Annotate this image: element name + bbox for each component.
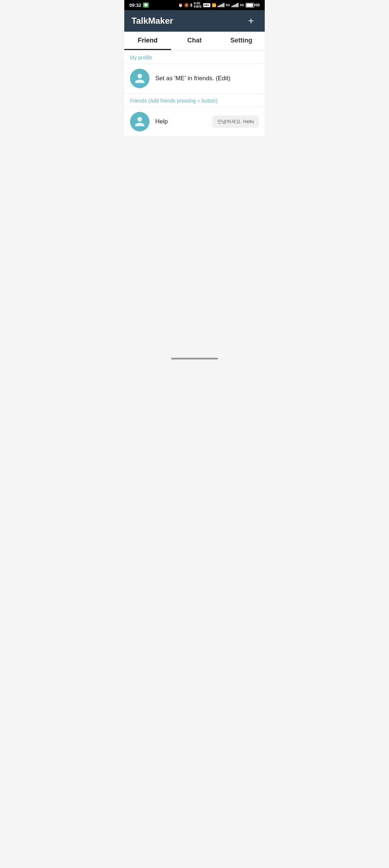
- battery-level: 99: [256, 3, 260, 7]
- friend-info-help: Help: [155, 118, 212, 125]
- signal-bars-2: [232, 3, 238, 7]
- status-bar-left: 09:32: [129, 3, 149, 8]
- network-type-2: 5G: [240, 3, 244, 7]
- add-button[interactable]: +: [245, 14, 258, 27]
- status-time: 09:32: [129, 3, 141, 8]
- friends-section-header: Friends (Add friends pressing + button): [124, 94, 265, 107]
- friend-name-help: Help: [155, 118, 168, 125]
- network-type-1: 5G: [226, 3, 230, 7]
- status-bar-right: ⏰ 🔕 ₿ 9.00KB/S HD+ 📶 5G 5G 99: [178, 2, 260, 8]
- app-header: TalkMaker +: [124, 10, 265, 32]
- friend-item-help[interactable]: Help 안녕하세요. Hello: [124, 107, 265, 136]
- mute-icon: 🔕: [184, 3, 189, 8]
- home-indicator: [124, 352, 265, 365]
- empty-space: [124, 136, 265, 352]
- wifi-icon: 📶: [212, 3, 216, 7]
- svg-marker-1: [145, 6, 147, 7]
- tab-setting[interactable]: Setting: [218, 32, 265, 50]
- battery-icon: [246, 3, 254, 8]
- status-bar: 09:32 ⏰ 🔕 ₿ 9.00KB/S HD+ 📶 5G: [124, 0, 265, 10]
- my-profile-text: Set as 'ME' in friends. (Edit): [155, 75, 231, 82]
- my-profile-section-header: My profile: [124, 50, 265, 64]
- tab-navigation: Friend Chat Setting: [124, 32, 265, 50]
- bluetooth-icon: ₿: [191, 3, 192, 7]
- friend-avatar-help: [130, 112, 149, 131]
- app-title: TalkMaker: [131, 16, 173, 26]
- svg-rect-0: [144, 4, 147, 6]
- tab-chat[interactable]: Chat: [171, 32, 218, 50]
- hd-icon: HD+: [203, 3, 210, 7]
- friend-last-message-help: 안녕하세요. Hello: [212, 116, 259, 128]
- home-bar: [171, 358, 218, 360]
- signal-bars-1: [218, 3, 224, 7]
- network-speed: 9.00KB/S: [194, 2, 202, 8]
- my-profile-item[interactable]: Set as 'ME' in friends. (Edit): [124, 64, 265, 94]
- chat-notification-icon: [143, 3, 149, 8]
- alarm-icon: ⏰: [178, 3, 183, 7]
- tab-friend[interactable]: Friend: [124, 32, 171, 50]
- content-area: My profile Set as 'ME' in friends. (Edit…: [124, 50, 265, 136]
- my-profile-avatar: [130, 69, 149, 88]
